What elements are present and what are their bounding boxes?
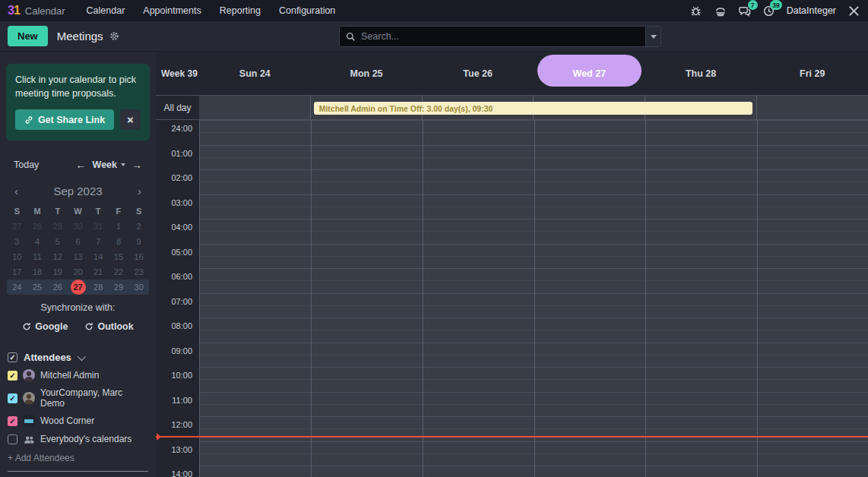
- sync-icon: [22, 322, 31, 331]
- day-column-separator: [423, 120, 423, 477]
- attendees-master-checkbox[interactable]: ✓: [8, 352, 17, 362]
- hour-label: 02:00: [171, 173, 192, 182]
- attendee-checkbox[interactable]: ✓: [8, 416, 17, 426]
- messages-icon[interactable]: 7: [738, 4, 752, 17]
- day-header-sun-24[interactable]: Sun 24: [199, 52, 311, 95]
- minical-day-cell[interactable]: 19: [47, 264, 68, 280]
- minical-day-cell[interactable]: 27: [7, 219, 27, 234]
- search-input[interactable]: [361, 31, 639, 42]
- minical-day-cell[interactable]: 13: [68, 249, 88, 264]
- add-attendees-link[interactable]: + Add Attendees: [8, 453, 148, 463]
- menu-item-configuration[interactable]: Configuration: [271, 2, 343, 19]
- attendee-row[interactable]: ✓Wood Corner: [8, 415, 148, 427]
- day-column-separator: [534, 120, 535, 477]
- today-button[interactable]: Today: [11, 158, 42, 172]
- minical-day-cell[interactable]: 11: [27, 249, 48, 264]
- sidebar: Click in your calendar to pick meeting t…: [0, 52, 156, 477]
- menu-item-reporting[interactable]: Reporting: [212, 2, 268, 19]
- minical-day-cell[interactable]: 24: [7, 280, 27, 295]
- hour-label: 01:00: [171, 149, 192, 158]
- all-day-cell[interactable]: [756, 96, 868, 119]
- minical-day-cell[interactable]: 20: [68, 264, 88, 280]
- user-menu[interactable]: DataInteger: [787, 5, 836, 16]
- minical-day-cell[interactable]: 1: [109, 219, 129, 234]
- minical-day-cell[interactable]: 29: [109, 280, 129, 295]
- minical-day-cell[interactable]: 29: [47, 219, 68, 234]
- minical-day-cell[interactable]: 28: [27, 219, 48, 234]
- attendees-header[interactable]: ✓ Attendees: [8, 352, 148, 363]
- minical-day-cell[interactable]: 18: [27, 264, 48, 280]
- minical-day-cell[interactable]: 21: [88, 264, 109, 280]
- minical-day-cell[interactable]: 15: [109, 249, 129, 264]
- minical-day-cell[interactable]: 17: [7, 264, 27, 280]
- minical-day-cell[interactable]: 2: [128, 219, 149, 234]
- day-column-separator: [757, 120, 758, 477]
- app-switcher[interactable]: 31 Calendar: [8, 4, 65, 17]
- minical-day-cell[interactable]: 16: [128, 249, 149, 264]
- all-day-row: All day Mitchell Admin on Time Off: 3.00…: [156, 95, 868, 120]
- all-day-cells[interactable]: Mitchell Admin on Time Off: 3.00 day(s),…: [199, 96, 868, 119]
- day-header-mon-25[interactable]: Mon 25: [311, 52, 423, 95]
- search-filters-toggle[interactable]: [645, 27, 661, 46]
- current-time-indicator: [156, 436, 868, 438]
- minical-day-cell[interactable]: 23: [128, 264, 149, 280]
- minical-prev-icon[interactable]: ‹: [11, 185, 21, 197]
- attendee-row[interactable]: ✓Mitchell Admin: [8, 369, 148, 381]
- minical-next-icon[interactable]: ›: [135, 185, 144, 197]
- minical-day-cell[interactable]: 14: [88, 249, 109, 264]
- minical-day-cell[interactable]: 8: [109, 234, 129, 249]
- sync-google-button[interactable]: Google: [22, 321, 68, 332]
- search-box[interactable]: [340, 27, 645, 46]
- minical-day-cell[interactable]: 7: [88, 234, 109, 249]
- attendee-row[interactable]: ✓YourCompany, Marc Demo: [8, 387, 148, 409]
- day-header-wed-27[interactable]: Wed 27: [534, 52, 645, 95]
- close-icon[interactable]: ×: [120, 109, 141, 130]
- time-grid: 24:0001:0002:0003:0004:0005:0006:0007:00…: [156, 120, 868, 477]
- gear-icon[interactable]: [109, 31, 119, 41]
- minical-day-cell[interactable]: 6: [68, 234, 88, 249]
- minical-day-cell[interactable]: 4: [27, 234, 48, 249]
- new-button[interactable]: New: [8, 26, 48, 46]
- day-column-separator: [645, 120, 646, 477]
- debug-bug-icon[interactable]: [689, 4, 703, 17]
- day-header-thu-28[interactable]: Thu 28: [645, 52, 757, 95]
- minical-day-cell[interactable]: 28: [88, 280, 109, 295]
- attendee-checkbox[interactable]: ✓: [8, 371, 17, 381]
- minical-day-cell[interactable]: 3: [7, 234, 27, 249]
- scale-selector[interactable]: Week: [90, 158, 128, 172]
- minical-day-cell[interactable]: 9: [128, 234, 149, 249]
- tools-icon[interactable]: [847, 4, 860, 17]
- attendee-row[interactable]: Everybody's calendars: [8, 433, 148, 445]
- calendar-app-icon: 31: [8, 4, 20, 17]
- attendee-name: Everybody's calendars: [40, 434, 131, 444]
- menu-item-calendar[interactable]: Calendar: [79, 2, 133, 19]
- day-header-tue-26[interactable]: Tue 26: [422, 52, 534, 95]
- activities-clock-icon[interactable]: 39: [762, 4, 776, 17]
- all-day-event[interactable]: Mitchell Admin on Time Off: 3.00 day(s),…: [314, 102, 753, 115]
- time-grid-cells[interactable]: [199, 120, 868, 477]
- academy-hat-icon[interactable]: [714, 4, 727, 17]
- sync-icon: [84, 322, 93, 331]
- day-header-fri-29[interactable]: Fri 29: [756, 52, 868, 95]
- minical-day-cell[interactable]: 30: [128, 280, 149, 295]
- next-week-button[interactable]: →: [128, 157, 145, 172]
- all-day-cell[interactable]: [199, 96, 310, 119]
- minical-day-cell[interactable]: 30: [68, 219, 88, 234]
- minical-day-cell[interactable]: 26: [47, 280, 68, 295]
- sync-outlook-button[interactable]: Outlook: [84, 321, 133, 332]
- main-menu: CalendarAppointmentsReportingConfigurati…: [79, 2, 344, 19]
- attendee-checkbox[interactable]: ✓: [8, 393, 17, 403]
- get-share-link-button[interactable]: Get Share Link: [15, 109, 114, 130]
- minical-day-cell[interactable]: 25: [27, 280, 48, 295]
- minical-day-cell[interactable]: 5: [47, 234, 68, 249]
- attendee-checkbox[interactable]: [8, 434, 17, 444]
- menu-item-appointments[interactable]: Appointments: [135, 2, 208, 19]
- minical-day-cell[interactable]: 27: [68, 280, 88, 295]
- minical-day-cell[interactable]: 12: [47, 249, 68, 264]
- group-icon: [23, 433, 35, 445]
- minical-day-cell[interactable]: 10: [7, 249, 27, 264]
- attendees-filter-section: ✓ Attendees ✓Mitchell Admin✓YourCompany,…: [8, 352, 148, 472]
- minical-day-cell[interactable]: 22: [109, 264, 129, 280]
- minical-day-cell[interactable]: 31: [88, 219, 109, 234]
- prev-week-button[interactable]: ←: [73, 157, 90, 172]
